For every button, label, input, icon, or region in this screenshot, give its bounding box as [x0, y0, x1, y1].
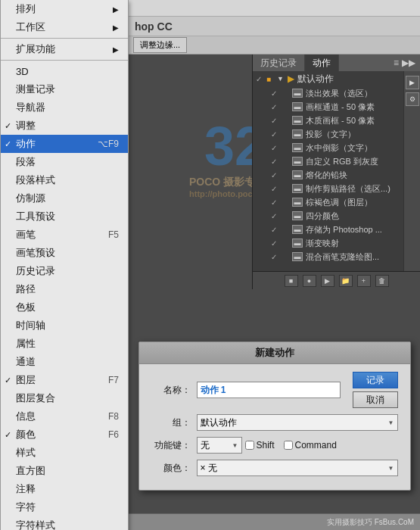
menu-item-actions[interactable]: 动作 ⌥F9	[1, 135, 128, 153]
action-row[interactable]: ✓ ▐ ▬ 投影（文字）	[253, 127, 403, 141]
panel-collapse-icon[interactable]: ▶▶	[402, 58, 415, 68]
panel-body: ✓ ■ ▼ ▶ 默认动作 ✓ ▐ ▬	[253, 71, 420, 271]
command-checkbox[interactable]	[284, 441, 293, 450]
color-select[interactable]: × 无	[198, 460, 397, 475]
group-select-wrapper[interactable]: 默认动作	[197, 414, 398, 431]
action-row[interactable]: ✓ ▐ ▬ 渐变映射	[253, 236, 403, 250]
folder-icon: ▶	[288, 73, 294, 84]
adjust-edge-btn[interactable]: 调整边缘...	[133, 37, 187, 53]
dialog-funckey-row: 功能键： 无 Shift	[151, 437, 398, 454]
menu-item-paragraph[interactable]: 段落	[1, 153, 128, 171]
action-icon: ▬	[292, 89, 303, 98]
funckey-select[interactable]: 无	[198, 438, 241, 453]
record-btn[interactable]: ●	[303, 275, 316, 287]
panel-bottom-bar: ■ ● ▶ 📁 + 🗑	[253, 271, 420, 289]
settings-icon[interactable]: ⚙	[406, 92, 419, 106]
menu-item-adjust[interactable]: 调整	[1, 117, 128, 135]
new-action-btn[interactable]: +	[357, 275, 371, 287]
group-select[interactable]: 默认动作	[198, 415, 397, 430]
secondary-toolbar: 调整边缘...	[129, 36, 420, 55]
menu-item-info[interactable]: 信息 F8	[1, 407, 128, 426]
menu-item-swatches[interactable]: 色板	[1, 298, 128, 316]
menu-item-tool-presets[interactable]: 工具预设	[1, 207, 128, 226]
shift-checkbox[interactable]	[245, 441, 254, 450]
action-icon: ▬	[292, 102, 303, 111]
menu-item-timeline[interactable]: 时间轴	[1, 316, 128, 335]
action-row[interactable]: ✓ ▐ ▬ 熔化的铅块	[253, 168, 403, 182]
name-label: 名称：	[151, 384, 197, 397]
menu-item-measure[interactable]: 测量记录	[1, 80, 128, 98]
menu-item-brush-preset[interactable]: 画笔预设	[1, 244, 128, 262]
bottom-bar: 实用摄影技巧 FsBus.CoM	[129, 513, 420, 530]
action-row[interactable]: ✓ ▐ ▬ 水中倒影（文字）	[253, 141, 403, 154]
menu-item-char[interactable]: 字符	[1, 498, 128, 516]
menu-item-workspace[interactable]: 工作区 ▶	[1, 18, 128, 36]
command-label: Command	[295, 440, 337, 450]
stop-btn[interactable]: ■	[285, 275, 298, 287]
menu-item-clone-source[interactable]: 仿制源	[1, 189, 128, 207]
menu-item-3d[interactable]: 3D	[1, 62, 128, 80]
actions-panel: 历史记录 动作 ≡ ▶▶ ✓ ■	[252, 55, 420, 289]
menu-item-history[interactable]: 历史记录	[1, 262, 128, 280]
color-label: 颜色：	[151, 462, 197, 475]
menu-item-paths[interactable]: 路径	[1, 280, 128, 298]
menu-item-brush[interactable]: 画笔 F5	[1, 226, 128, 244]
action-row[interactable]: ✓ ▐ ▬ 混合画笔克隆绘图...	[253, 250, 403, 263]
play-icon[interactable]: ▶	[406, 76, 419, 89]
dialog-action-btns: 记录 取消	[347, 372, 398, 408]
menu-item-color[interactable]: 颜色 F6	[1, 426, 128, 444]
action-row[interactable]: ✓ ▐ ▬ 画框通道 - 50 像素	[253, 100, 403, 114]
tab-history[interactable]: 历史记录	[253, 55, 305, 71]
new-folder-btn[interactable]: 📁	[339, 275, 353, 287]
action-icon: ▬	[292, 143, 303, 152]
action-row[interactable]: ✓ ▐ ▬ 四分颜色	[253, 209, 403, 223]
menu-item-styles[interactable]: 样式	[1, 444, 128, 462]
menu-item-properties[interactable]: 属性	[1, 335, 128, 353]
ps-titlebar: hop CC	[129, 17, 420, 36]
panel-menu-icon[interactable]: ≡	[394, 58, 399, 68]
delete-btn[interactable]: 🗑	[375, 275, 389, 287]
action-row[interactable]: ✓ ▐ ▬ 制作剪贴路径（选区...)	[253, 182, 403, 195]
panel-tabs: 历史记录 动作 ≡ ▶▶	[253, 55, 420, 71]
funckey-label: 功能键：	[151, 439, 197, 452]
action-icon: ▬	[292, 184, 303, 193]
menu-item-navigator[interactable]: 导航器	[1, 98, 128, 117]
action-row[interactable]: ✓ ▐ ▬ 自定义 RGB 到灰度	[253, 154, 403, 168]
action-icon: ▬	[292, 116, 303, 125]
name-input[interactable]	[197, 382, 341, 398]
menu-item-layers[interactable]: 图层 F7	[1, 371, 128, 389]
color-select-wrapper[interactable]: × 无	[197, 460, 398, 476]
dialog-body: 名称： 记录 取消 组：	[139, 364, 410, 490]
menu-item-char-style[interactable]: 字符样式	[1, 516, 128, 530]
folder-check: ✓	[256, 75, 266, 83]
menu-item-channels[interactable]: 通道	[1, 353, 128, 371]
action-row[interactable]: ✓ ▐ ▬ 木质画框 - 50 像素	[253, 114, 403, 127]
shift-label: Shift	[257, 440, 275, 450]
menu-item-histogram[interactable]: 直方图	[1, 462, 128, 480]
action-row[interactable]: ✓ ▐ ▬ 棕褐色调（图层）	[253, 195, 403, 209]
funckey-select-wrapper[interactable]: 无	[197, 437, 242, 454]
actions-folder[interactable]: ✓ ■ ▼ ▶ 默认动作	[253, 71, 403, 86]
dialog-title: 新建动作	[139, 342, 410, 364]
panel-content: ✓ ■ ▼ ▶ 默认动作 ✓ ▐ ▬	[253, 71, 403, 271]
action-icon: ▬	[292, 170, 303, 179]
action-icon: ▬	[292, 238, 303, 248]
submenu-arrow: ▶	[113, 23, 119, 32]
record-button[interactable]: 记录	[353, 372, 398, 388]
tab-actions[interactable]: 动作	[305, 55, 339, 71]
action-row[interactable]: ✓ ▐ ▬ 淡出效果（选区）	[253, 86, 403, 100]
app-container: 窗口 帮助 排列 ▶ 工作区 ▶ 扩展功能 ▶ 3D 测量记录 导航器 调整	[0, 0, 420, 530]
workspace-area: 328314 POCO 摄影专题 http://photo.poco.cn/ 历…	[129, 55, 420, 513]
action-row[interactable]: ✓ ▐ ▬ 存储为 Photoshop ...	[253, 223, 403, 236]
play-btn[interactable]: ▶	[321, 275, 334, 287]
menu-item-paragraph-style[interactable]: 段落样式	[1, 171, 128, 189]
panel-tab-icons: ≡ ▶▶	[389, 58, 420, 68]
menu-item-notes[interactable]: 注释	[1, 480, 128, 498]
action-icon: ▬	[292, 198, 303, 207]
menu-item-layer-comps[interactable]: 图层复合	[1, 389, 128, 407]
command-checkbox-item[interactable]: Command	[284, 440, 337, 450]
cancel-button[interactable]: 取消	[353, 391, 398, 408]
shift-checkbox-item[interactable]: Shift	[245, 440, 275, 450]
menu-item-extensions[interactable]: 扩展功能 ▶	[1, 40, 128, 58]
folder-label: 默认动作	[297, 73, 334, 86]
